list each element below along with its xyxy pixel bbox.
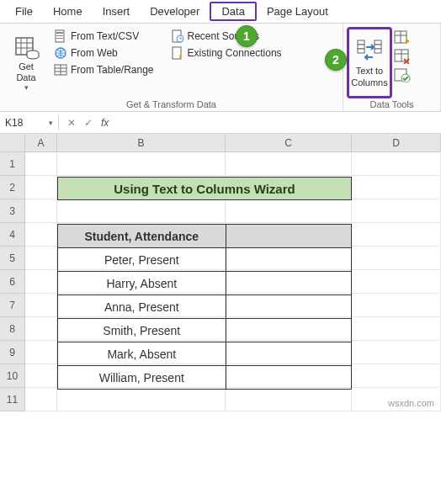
cell[interactable] — [226, 152, 352, 176]
table-cell[interactable]: Anna, Present — [58, 295, 226, 319]
table-cell[interactable]: Mark, Absent — [58, 342, 226, 366]
column-header[interactable]: D — [352, 134, 441, 151]
row-header[interactable]: 3 — [0, 199, 25, 223]
text-to-columns-button[interactable]: Text to Columns — [347, 27, 392, 98]
ribbon: 1 2 Get Data ▾ From Text/CSV — [0, 24, 441, 112]
cell[interactable] — [352, 317, 441, 341]
table-cell[interactable] — [226, 248, 351, 272]
svg-rect-24 — [375, 49, 381, 53]
cell[interactable] — [352, 223, 441, 247]
from-text-csv-button[interactable]: From Text/CSV — [52, 29, 156, 44]
cell[interactable] — [352, 294, 441, 317]
cell[interactable] — [25, 388, 57, 411]
worksheet-grid: 1234567891011 Using Text to Columns Wiza… — [0, 152, 441, 411]
chevron-down-icon[interactable]: ▾ — [49, 119, 53, 127]
tab-insert[interactable]: Insert — [93, 2, 141, 21]
cells-area[interactable]: Using Text to Columns Wizard Student, At… — [25, 152, 441, 411]
cell[interactable] — [25, 152, 57, 176]
flash-fill-icon[interactable] — [394, 30, 411, 45]
callout-1: 1 — [236, 25, 258, 47]
column-headers: ABCD — [0, 134, 441, 152]
cancel-formula-icon[interactable]: ✕ — [67, 117, 76, 129]
text-to-columns-icon — [356, 37, 383, 64]
svg-rect-20 — [358, 45, 364, 49]
svg-rect-7 — [56, 32, 63, 34]
tab-home[interactable]: Home — [43, 2, 93, 21]
cell[interactable] — [57, 388, 226, 411]
cell[interactable] — [57, 199, 226, 223]
tab-page-layout[interactable]: Page Layout — [257, 2, 338, 21]
callout-2: 2 — [325, 49, 347, 71]
row-header[interactable]: 4 — [0, 223, 25, 247]
recent-sources-button[interactable]: Recent Sources — [169, 29, 284, 44]
text-to-columns-label: Text to Columns — [351, 66, 387, 88]
cell[interactable] — [25, 294, 57, 317]
get-data-button[interactable]: Get Data ▾ — [3, 27, 49, 98]
table-cell[interactable] — [226, 366, 351, 390]
data-table: Student, Attendance Peter, PresentHarry,… — [57, 224, 352, 390]
cell[interactable] — [25, 247, 57, 270]
get-data-icon — [13, 33, 40, 60]
data-validation-icon[interactable] — [394, 67, 411, 82]
svg-rect-9 — [56, 38, 63, 39]
remove-duplicates-icon[interactable] — [394, 49, 411, 64]
group-get-transform: Get Data ▾ From Text/CSV From Web From T… — [0, 24, 343, 111]
cell[interactable] — [25, 364, 57, 388]
chevron-down-icon: ▾ — [24, 83, 29, 93]
tab-data[interactable]: Data — [210, 2, 256, 21]
row-header[interactable]: 6 — [0, 270, 25, 294]
name-box[interactable]: K18 ▾ — [0, 115, 59, 130]
column-header[interactable]: A — [25, 134, 57, 151]
cell[interactable] — [352, 341, 441, 364]
group-label-get-transform: Get & Transform Data — [3, 98, 339, 111]
row-header[interactable]: 1 — [0, 152, 25, 176]
tab-file[interactable]: File — [5, 2, 43, 21]
accept-formula-icon[interactable]: ✓ — [84, 117, 93, 129]
row-header[interactable]: 7 — [0, 294, 25, 317]
from-table-range-button[interactable]: From Table/Range — [52, 62, 156, 77]
ribbon-tabs: File Home Insert Developer Data Page Lay… — [0, 0, 441, 24]
cell[interactable] — [25, 317, 57, 341]
table-cell[interactable]: Smith, Present — [58, 319, 226, 342]
fx-icon[interactable]: fx — [101, 117, 109, 129]
existing-connections-button[interactable]: Existing Connections — [169, 45, 284, 61]
cell[interactable] — [352, 199, 441, 223]
cell[interactable] — [226, 388, 352, 411]
cell[interactable] — [25, 270, 57, 294]
cell[interactable] — [352, 152, 441, 176]
svg-rect-22 — [375, 40, 381, 45]
table-cell[interactable]: Peter, Present — [58, 248, 226, 272]
cell[interactable] — [25, 176, 57, 199]
from-web-button[interactable]: From Web — [52, 45, 156, 61]
row-header[interactable]: 9 — [0, 341, 25, 364]
cell[interactable] — [25, 223, 57, 247]
row-header[interactable]: 2 — [0, 176, 25, 199]
cell[interactable] — [25, 341, 57, 364]
table-header-cell[interactable]: Student, Attendance — [58, 225, 226, 248]
row-header[interactable]: 11 — [0, 388, 25, 411]
cell[interactable] — [352, 270, 441, 294]
tab-developer[interactable]: Developer — [140, 2, 210, 21]
cell[interactable] — [57, 152, 226, 176]
table-cell[interactable] — [226, 319, 351, 342]
cell[interactable] — [352, 176, 441, 199]
select-all-corner[interactable] — [0, 134, 25, 151]
cell[interactable] — [25, 199, 57, 223]
column-header[interactable]: B — [57, 134, 226, 151]
cell[interactable] — [226, 199, 352, 223]
column-header[interactable]: C — [226, 134, 352, 151]
table-cell[interactable] — [226, 272, 351, 295]
table-cell[interactable]: Harry, Absent — [58, 272, 226, 295]
table-cell[interactable]: William, Present — [58, 366, 226, 390]
table-header-cell[interactable] — [226, 225, 351, 248]
table-cell[interactable] — [226, 342, 351, 366]
table-cell[interactable] — [226, 295, 351, 319]
get-data-label: Get Data — [16, 61, 35, 83]
cell[interactable] — [352, 247, 441, 270]
row-header[interactable]: 8 — [0, 317, 25, 341]
svg-rect-23 — [375, 45, 381, 49]
text-csv-icon — [54, 29, 67, 43]
row-header[interactable]: 5 — [0, 247, 25, 270]
cell[interactable] — [352, 364, 441, 388]
row-header[interactable]: 10 — [0, 364, 25, 388]
